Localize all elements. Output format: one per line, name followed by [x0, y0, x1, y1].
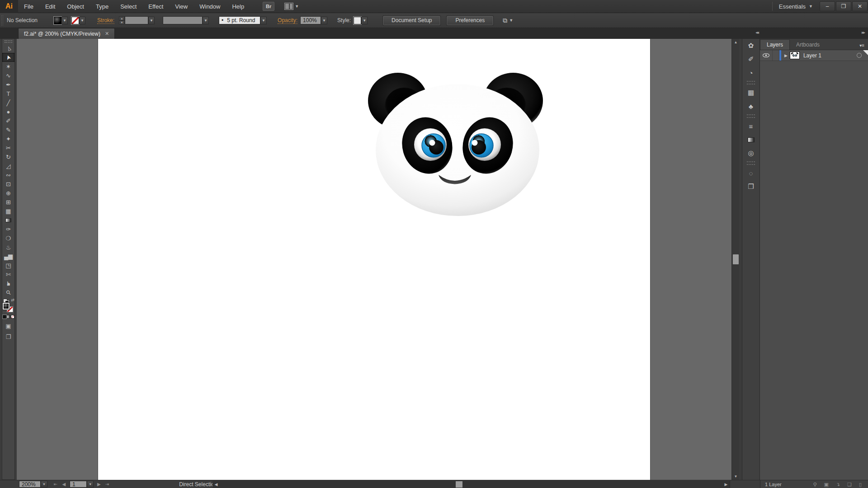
stroke-weight-field[interactable]	[125, 16, 148, 24]
ellipse-tool[interactable]: ●	[2, 107, 14, 116]
menu-file[interactable]: File	[18, 3, 39, 10]
previous-artboard-icon[interactable]: ◀	[62, 482, 66, 487]
layer-visibility-cell[interactable]	[760, 50, 773, 61]
pen-tool[interactable]: ✒	[2, 80, 14, 89]
brush-definition-field[interactable]: • 5 pt. Round	[219, 16, 260, 24]
vertical-scrollbar-thumb[interactable]	[733, 254, 739, 264]
artboard-number-dropdown[interactable]: ▼	[87, 481, 94, 488]
stroke-color-swatch[interactable]	[71, 17, 79, 24]
hand-tool[interactable]: ☛	[2, 279, 14, 288]
scale-tool[interactable]: ◿	[2, 161, 14, 170]
variable-width-profile-field[interactable]	[163, 16, 203, 24]
new-sublayer-icon[interactable]: ↴	[836, 482, 840, 488]
line-segment-tool[interactable]: ╱	[2, 98, 14, 107]
stroke-weight-stepper[interactable]: ▲▼	[119, 16, 125, 24]
zoom-tool[interactable]: ⚲	[2, 288, 14, 297]
gradient-panel-icon[interactable]	[743, 133, 759, 146]
artboard-tool[interactable]: ◳	[2, 261, 14, 270]
stroke-panel-icon[interactable]: ≡	[743, 119, 759, 133]
canvas-pasteboard[interactable]	[17, 39, 731, 480]
artboard[interactable]	[98, 39, 651, 480]
appearance-panel-icon[interactable]: ◌	[743, 166, 759, 180]
swatches-panel-icon[interactable]: ▦	[743, 86, 759, 99]
horizontal-scrollbar[interactable]: ◀ ▶	[212, 481, 730, 488]
opacity-link[interactable]: Opacity:	[278, 17, 297, 24]
screen-mode-icon[interactable]: ❐	[6, 333, 11, 340]
symbol-sprayer-tool[interactable]: ♨	[2, 243, 14, 252]
selection-tool[interactable]: ▻	[2, 44, 14, 53]
zoom-level-field[interactable]: 200%	[19, 481, 41, 488]
paintbrush-tool[interactable]: ✐	[2, 116, 14, 125]
first-artboard-icon[interactable]: ⇤	[54, 482, 57, 487]
zoom-level-dropdown[interactable]: ▼	[41, 481, 47, 488]
mesh-tool[interactable]: ▦	[2, 206, 14, 216]
vertical-scrollbar[interactable]: ▲ ▼	[731, 39, 739, 480]
panda-artwork[interactable]	[356, 61, 559, 229]
tools-drag-handle[interactable]	[5, 40, 12, 43]
last-artboard-icon[interactable]: ⇥	[105, 482, 109, 487]
stroke-link[interactable]: Stroke:	[97, 17, 114, 24]
panel-menu-icon[interactable]: ▾≡	[859, 43, 864, 48]
tab-close-icon[interactable]: ✕	[105, 31, 109, 37]
menu-effect[interactable]: Effect	[142, 3, 169, 10]
artboard-number-field[interactable]: 1	[70, 481, 87, 488]
perspective-grid-tool[interactable]: ⊞	[2, 197, 14, 206]
layer-lock-cell[interactable]	[773, 50, 779, 61]
menu-edit[interactable]: Edit	[39, 3, 61, 10]
menu-view[interactable]: View	[169, 3, 193, 10]
menu-help[interactable]: Help	[226, 3, 250, 10]
rotate-tool[interactable]: ↻	[2, 152, 14, 161]
width-tool[interactable]: ∾	[2, 170, 14, 179]
panel-drag-handle[interactable]	[1, 15, 4, 26]
scroll-up-icon[interactable]: ▲	[732, 39, 740, 46]
layer-name[interactable]: Layer 1	[803, 52, 821, 59]
lasso-tool[interactable]: ∿	[2, 71, 14, 80]
document-tab[interactable]: f2.ai* @ 200% (CMYK/Preview) ✕	[18, 28, 115, 39]
stroke-color-dropdown[interactable]: ▼	[79, 17, 85, 24]
menu-object[interactable]: Object	[61, 3, 90, 10]
default-fill-stroke-icon[interactable]	[3, 299, 7, 303]
opacity-field[interactable]: 100%	[300, 16, 321, 24]
variable-width-profile-dropdown[interactable]: ▼	[203, 17, 209, 24]
scroll-down-icon[interactable]: ▼	[732, 473, 740, 480]
layer-row[interactable]: ▶ Layer 1	[760, 50, 868, 61]
type-tool[interactable]: T	[2, 89, 14, 98]
layer-disclosure-icon[interactable]: ▶	[784, 53, 788, 58]
none-mode-icon[interactable]	[11, 315, 14, 319]
brushes-panel-icon[interactable]: ✐	[743, 52, 759, 66]
menu-window[interactable]: Window	[193, 3, 226, 10]
make-clipping-mask-icon[interactable]: ▣	[824, 482, 828, 488]
minimize-button[interactable]: –	[820, 1, 835, 11]
column-graph-tool[interactable]: ▄▆	[2, 252, 14, 261]
slice-tool[interactable]: ✄	[2, 270, 14, 279]
scissors-tool[interactable]: ✂	[2, 143, 14, 152]
transparency-panel-icon[interactable]: ◎	[743, 146, 759, 160]
pencil-tool[interactable]: ✎	[2, 125, 14, 134]
menu-select[interactable]: Select	[114, 3, 142, 10]
next-artboard-icon[interactable]: ▶	[97, 482, 101, 487]
color-guide-panel-icon[interactable]: ◔	[743, 66, 759, 80]
style-swatch[interactable]	[354, 17, 361, 24]
new-layer-icon[interactable]: ❏	[847, 482, 852, 488]
horizontal-scrollbar-thumb[interactable]	[456, 481, 462, 488]
drawing-mode-icon[interactable]: ▣	[5, 323, 11, 329]
direct-selection-tool[interactable]: ➤	[2, 53, 14, 62]
opacity-dropdown[interactable]: ▼	[321, 17, 327, 24]
tab-artboards[interactable]: Artboards	[790, 40, 826, 50]
document-setup-button[interactable]: Document Setup	[383, 16, 440, 25]
tab-layers[interactable]: Layers	[760, 39, 790, 50]
swap-fill-stroke-icon[interactable]: ⇄	[11, 298, 14, 302]
scroll-right-icon[interactable]: ▶	[722, 481, 730, 488]
workspace-switcher[interactable]: Essentials ▼	[772, 2, 819, 11]
style-dropdown[interactable]: ▼	[361, 17, 368, 24]
bridge-button[interactable]: Br	[263, 2, 274, 11]
restore-button[interactable]: ❐	[836, 1, 851, 11]
color-panel-icon[interactable]: ✿	[743, 39, 759, 52]
shape-builder-tool[interactable]: ⊕	[2, 188, 14, 197]
menu-type[interactable]: Type	[90, 3, 114, 10]
scroll-left-icon[interactable]: ◀	[212, 481, 220, 488]
symbols-panel-icon[interactable]: ♣	[743, 99, 759, 113]
blob-brush-tool[interactable]: ✦	[2, 134, 14, 143]
fill-indicator[interactable]	[3, 303, 9, 310]
select-similar-button[interactable]: ⧉ ▼	[503, 17, 513, 24]
